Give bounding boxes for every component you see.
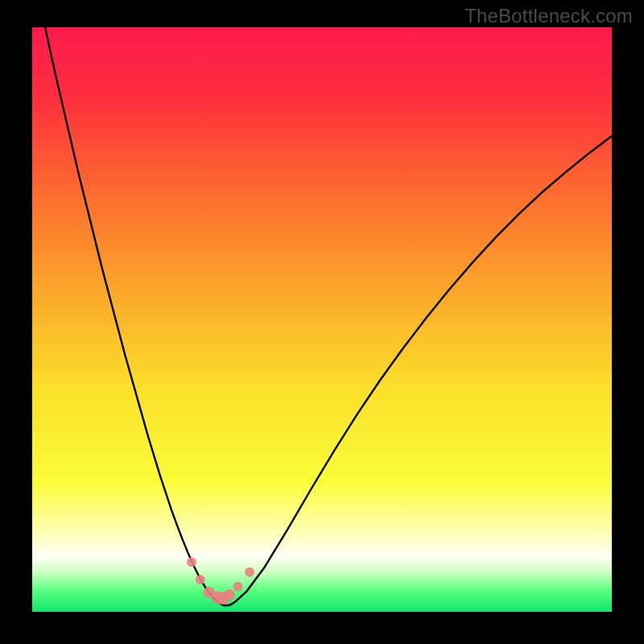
watermark-text: TheBottleneck.com xyxy=(464,5,633,27)
chart-frame: TheBottleneck.com xyxy=(0,0,644,644)
plot-area xyxy=(32,27,612,612)
